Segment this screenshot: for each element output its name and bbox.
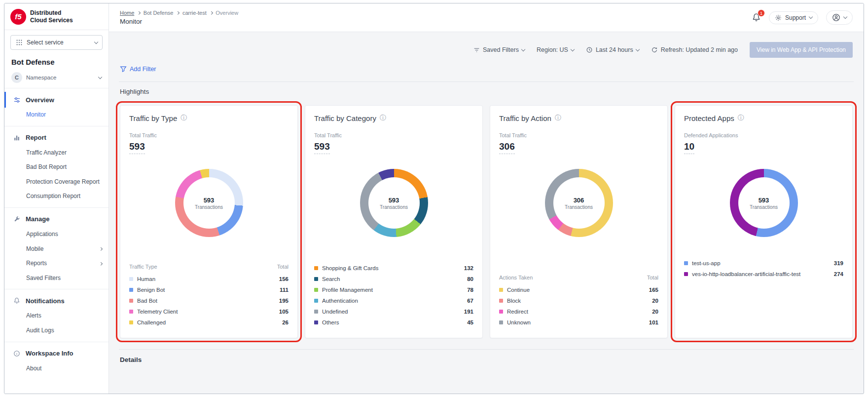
legend-row: Telemetry Client105 [129,306,289,317]
legend-row: Bad Bot195 [129,295,289,306]
info-icon[interactable]: ⓘ [555,114,561,122]
sidebar-item-notifications[interactable]: Notifications [4,293,108,309]
user-menu[interactable] [826,10,853,25]
sidebar-item-alerts[interactable]: Alerts [4,309,108,323]
metric-label: Total Traffic [314,132,473,138]
refresh-label: Refresh: Updated 2 min ago [661,46,738,53]
sidebar-item-mobile[interactable]: Mobile [4,242,108,257]
legend-row: Profile Management78 [314,284,473,295]
select-service-label: Select service [27,39,91,46]
refresh-icon [651,46,658,53]
highlights-cards: Traffic by Type ⓘ Total Traffic 593 593 … [119,101,854,338]
sidebar-item-audit-logs[interactable]: Audit Logs [4,323,108,338]
sidebar-item-label: Overview [26,96,54,104]
sidebar-item-label: Reports [26,260,100,268]
legend-swatch [684,261,688,265]
sidebar-nav: Overview Monitor Report Traffic Analyzer… [4,88,108,394]
sidebar-item-overview[interactable]: Overview [4,92,108,108]
region-dropdown[interactable]: Region: US [537,46,574,53]
namespace-selector[interactable]: C Namespace [4,69,108,88]
legend-label: Redirect [507,309,648,315]
sidebar-item-consumption-report[interactable]: Consumption Report [4,189,108,204]
legend-value: 191 [464,309,473,315]
legend-value: 20 [652,309,658,315]
sidebar-section-manage: Manage Applications Mobile Reports Saved… [4,207,108,289]
add-filter-row: Add Filter [119,63,854,81]
brand-line2: Cloud Services [30,17,73,24]
legend-swatch [129,288,133,292]
sidebar-item-workspace-info[interactable]: Workspace Info [4,346,108,361]
donut-center-label: Transactions [195,204,223,210]
sidebar-item-protection-coverage-report[interactable]: Protection Coverage Report [4,175,108,190]
legend-swatch [499,299,503,303]
chevron-right-icon [99,262,102,265]
sidebar-item-report[interactable]: Report [4,130,108,146]
highlights-heading: Highlights [119,82,854,101]
legend-value: 20 [652,298,658,304]
legend-label: Bad Bot [137,298,275,304]
select-service-dropdown[interactable]: Select service [10,35,103,50]
sidebar-item-bad-bot-report[interactable]: Bad Bot Report [4,160,108,175]
card-traffic-by-category: Traffic by Category ⓘ Total Traffic 593 … [305,105,483,338]
donut-ring: 593 Transactions [360,169,428,237]
filters-toolbar: Saved Filters Region: US Last 24 hours [119,32,854,63]
legend-row: Benign Bot111 [129,284,289,295]
metric-value: 306 [499,141,515,154]
brand-logo[interactable]: f5 Distributed Cloud Services [4,3,108,30]
sidebar-item-traffic-analyzer[interactable]: Traffic Analyzer [4,146,108,160]
app-window: f5 Distributed Cloud Services Select ser… [4,3,864,394]
saved-filters-dropdown[interactable]: Saved Filters [473,46,525,53]
sidebar-section-notifications: Notifications Alerts Audit Logs [4,289,108,341]
legend-row: Challenged26 [129,317,289,328]
legend-row: Block20 [499,295,658,306]
legend-label: Benign Bot [137,287,276,293]
legend-swatch [314,310,318,314]
info-icon[interactable]: ⓘ [181,114,187,122]
sidebar-item-monitor[interactable]: Monitor [4,108,108,122]
sidebar-item-manage[interactable]: Manage [4,211,108,227]
donut-chart: 593 Transactions [314,169,473,237]
info-icon[interactable]: ⓘ [380,114,386,122]
legend-swatch [314,299,318,303]
legend-value: 78 [467,287,473,293]
sliders-icon [13,96,21,104]
metric-value: 593 [129,141,145,154]
donut-center: 593 Transactions [368,177,420,229]
sidebar-section-workspace-info: Workspace Info About [4,342,108,380]
info-icon[interactable]: ⓘ [738,114,744,122]
header-left: Home Bot Defense carrie-test Overview Mo… [120,10,238,25]
breadcrumb-carrie-test[interactable]: carrie-test [182,10,207,16]
legend-swatch [129,310,133,314]
donut-ring: 593 Transactions [175,169,243,237]
funnel-icon [120,66,127,73]
legend-header: Traffic Type Total [129,264,289,270]
donut-center-label: Transactions [565,204,593,210]
refresh-control[interactable]: Refresh: Updated 2 min ago [651,46,738,53]
sidebar-item-applications[interactable]: Applications [4,227,108,242]
donut-chart: 593 Transactions [129,169,289,237]
legend-label: Continue [507,287,645,293]
sidebar-item-saved-filters[interactable]: Saved Filters [4,271,108,286]
info-circle-icon [13,350,21,358]
card-title: Traffic by Type [129,114,177,122]
support-menu[interactable]: Support [769,11,818,24]
view-in-waap-button[interactable]: View in Web App & API Protection [750,42,853,58]
breadcrumb: Home Bot Defense carrie-test Overview [120,10,238,16]
time-range-label: Last 24 hours [596,46,633,53]
add-filter-button[interactable]: Add Filter [120,66,156,73]
legend-value: 132 [464,265,473,271]
clock-icon [586,46,593,53]
content-area: Saved Filters Region: US Last 24 hours [109,32,864,394]
page-title: Monitor [120,18,238,25]
time-range-dropdown[interactable]: Last 24 hours [586,46,639,53]
breadcrumb-home[interactable]: Home [120,10,134,16]
metric-value: 10 [684,141,694,154]
notifications-button[interactable]: 1 [752,13,761,22]
metric-value: 593 [314,141,330,154]
sidebar-item-reports[interactable]: Reports [4,256,108,271]
legend-row: Shopping & Gift Cards132 [314,263,473,274]
breadcrumb-separator-icon [210,11,213,14]
breadcrumb-bot-defense[interactable]: Bot Defense [144,10,174,16]
sidebar-item-about[interactable]: About [4,361,108,376]
donut-center: 306 Transactions [553,177,605,229]
